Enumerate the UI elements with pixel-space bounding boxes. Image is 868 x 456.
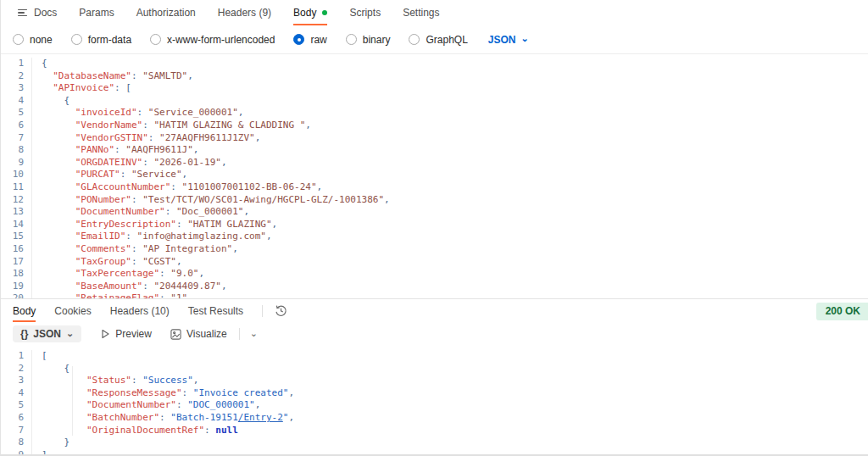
json-token: :	[148, 132, 159, 143]
json-key: "DocumentNumber"	[86, 399, 176, 410]
json-token: :	[125, 231, 136, 242]
code-line: 20 "RetainageFlag": "1",	[1, 292, 868, 298]
body-mode-binary[interactable]: binary	[346, 34, 391, 46]
json-token	[42, 95, 64, 106]
json-token	[42, 387, 86, 398]
json-token: ,	[187, 70, 193, 81]
json-token	[42, 181, 75, 192]
json-token: :	[182, 387, 193, 398]
code-line: 10 "PURCAT": "Service",	[1, 169, 868, 181]
response-tab-body[interactable]: Body	[13, 299, 36, 322]
code-text: "BaseAmount": "2044409.87",	[31, 281, 227, 293]
json-key: "Comments"	[75, 243, 131, 254]
line-number: 8	[1, 437, 31, 449]
line-number: 10	[1, 169, 31, 181]
json-token: :	[142, 120, 153, 131]
body-mode-label: binary	[363, 34, 391, 46]
line-number: 13	[1, 206, 31, 219]
json-token	[42, 231, 75, 242]
body-mode-x-www-form-urlencoded[interactable]: x-www-form-urlencoded	[150, 34, 275, 46]
request-tab-scripts[interactable]: Scripts	[349, 0, 381, 25]
raw-language-select[interactable]: JSON⌄	[488, 34, 529, 46]
body-mode-none[interactable]: none	[13, 34, 53, 46]
code-text: {	[31, 363, 70, 375]
json-token: :	[204, 425, 215, 436]
json-token: :	[159, 292, 170, 298]
json-token: ]	[42, 449, 47, 454]
json-key: "GLAccountNumber"	[75, 181, 171, 192]
visualize-button[interactable]: Visualize	[170, 328, 227, 340]
line-number: 15	[1, 231, 31, 243]
json-key: "RetainageFlag"	[75, 292, 159, 298]
code-line: 18 "TaxPercentage": "9.0",	[1, 268, 868, 281]
radio-icon	[13, 34, 24, 45]
radio-icon	[409, 34, 420, 45]
request-tab-body[interactable]: Body	[293, 0, 327, 25]
json-token	[42, 194, 75, 205]
code-text: "GLAccountNumber": "1101007001102-BB-06-…	[31, 181, 322, 194]
request-tab-label: Docs	[34, 7, 57, 19]
entry-link[interactable]: /Entry-2	[238, 412, 283, 423]
docs-list-icon	[18, 9, 27, 17]
json-key: "OriginalDocumentRef"	[86, 425, 204, 436]
chevron-down-icon[interactable]: ⌄	[250, 329, 258, 338]
code-line: 6 "VendorName": "HATIM GLAZING & CLADDIN…	[1, 120, 868, 132]
body-mode-graphql[interactable]: GraphQL	[409, 34, 467, 46]
code-line: 17 "TaxGroup": "CGST",	[1, 256, 868, 269]
json-key: "PANNo"	[75, 144, 114, 155]
line-number: 19	[1, 281, 31, 293]
line-number: 9	[1, 157, 31, 170]
divider	[262, 305, 263, 317]
response-history-button[interactable]	[275, 304, 287, 317]
json-token: :	[131, 256, 142, 267]
code-text: "DocumentNumber": "Doc_000001",	[31, 206, 249, 219]
request-tab-params[interactable]: Params	[79, 0, 114, 25]
response-tab-label: Body	[13, 305, 36, 317]
line-number: 20	[1, 292, 31, 298]
code-text: }	[31, 437, 70, 449]
request-tab-label: Settings	[403, 7, 439, 19]
line-number: 1	[1, 350, 31, 363]
request-tab-docs[interactable]: Docs	[18, 0, 57, 25]
line-number: 17	[1, 256, 31, 269]
json-token: ,	[182, 169, 188, 180]
request-tab-headers-9[interactable]: Headers (9)	[218, 0, 271, 25]
code-text: "Comments": "AP Integration",	[31, 243, 238, 256]
unsaved-body-dot-icon	[322, 10, 327, 15]
radio-icon	[71, 34, 82, 45]
json-token	[42, 375, 86, 386]
json-token: "info@hatimglazing.com"	[137, 231, 266, 242]
json-token: ,	[288, 412, 294, 423]
response-tab-headers-10[interactable]: Headers (10)	[110, 299, 170, 322]
request-tab-settings[interactable]: Settings	[403, 0, 439, 25]
json-key: "VendorGSTIN"	[75, 132, 148, 143]
json-key: "EmailID"	[75, 231, 126, 242]
body-mode-form-data[interactable]: form-data	[71, 34, 131, 46]
code-line: 8 "PANNo": "AAQFH9611J",	[1, 144, 868, 157]
code-line: 15 "EmailID": "info@hatimglazing.com",	[1, 231, 868, 243]
code-text: "ResponseMessage": "Invoice created",	[31, 387, 294, 400]
request-tab-authorization[interactable]: Authorization	[136, 0, 196, 25]
line-number: 7	[1, 425, 31, 437]
body-mode-raw[interactable]: raw	[293, 34, 326, 46]
json-key: "TaxPercentage"	[75, 268, 159, 279]
code-line: 4 "ResponseMessage": "Invoice created",	[1, 387, 868, 400]
request-tab-label: Authorization	[136, 7, 196, 19]
response-tab-cookies[interactable]: Cookies	[54, 299, 91, 322]
json-token	[42, 70, 53, 81]
json-token: {	[64, 363, 70, 374]
chevron-down-icon: ⌄	[521, 34, 529, 43]
response-format-select[interactable]: {} JSON ⌄	[13, 325, 81, 342]
json-token: ,	[193, 144, 199, 155]
json-key: "PONumber"	[75, 194, 131, 205]
preview-button[interactable]: Preview	[100, 328, 152, 340]
response-tab-test-results[interactable]: Test Results	[188, 299, 243, 322]
code-line: 5 "DocumentNumber": "DOC_000001",	[1, 399, 868, 412]
json-token: :	[131, 70, 142, 81]
json-token: ,	[266, 231, 272, 242]
line-number: 1	[1, 58, 31, 70]
json-token: ,	[187, 292, 193, 298]
request-body-editor[interactable]: 1{2 "DatabaseName": "SAMLTD",3 "APInvoic…	[1, 53, 868, 298]
code-text: "TaxPercentage": "9.0",	[31, 268, 204, 281]
line-number: 16	[1, 243, 31, 256]
